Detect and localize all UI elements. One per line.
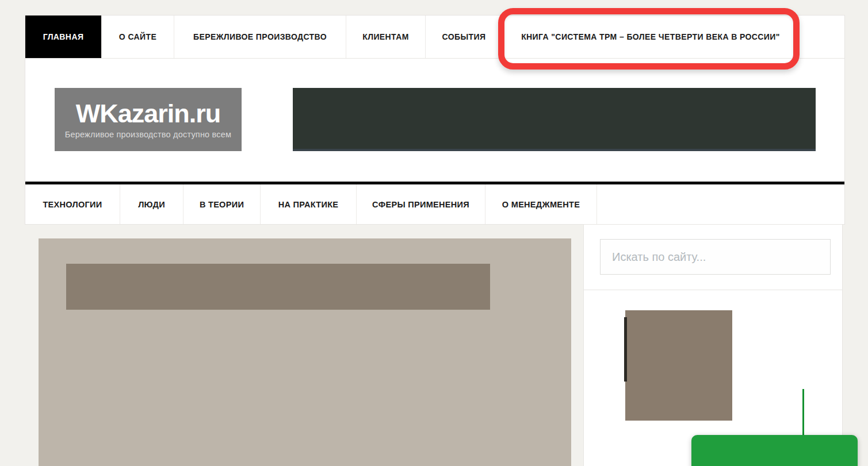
top-menu-item-lean-production[interactable]: БЕРЕЖЛИВОЕ ПРОИЗВОДСТВО [174, 16, 346, 58]
secondary-menu-item-label: НА ПРАКТИКЕ [278, 200, 339, 209]
secondary-menu-item-application-areas[interactable]: СФЕРЫ ПРИМЕНЕНИЯ [357, 184, 485, 224]
top-menu: ГЛАВНАЯ О САЙТЕ БЕРЕЖЛИВОЕ ПРОИЗВОДСТВО … [25, 16, 844, 59]
sidebar-search-widget [583, 224, 843, 290]
top-menu-item-tpm-book[interactable]: КНИГА "СИСТЕМА ТРМ – БОЛЕЕ ЧЕТВЕРТИ ВЕКА… [503, 16, 799, 58]
top-menu-item-about[interactable]: О САЙТЕ [102, 16, 174, 58]
secondary-menu-item-label: ТЕХНОЛОГИИ [43, 200, 102, 209]
secondary-menu-filler [597, 184, 844, 224]
secondary-menu-item-in-practice[interactable]: НА ПРАКТИКЕ [261, 184, 357, 224]
top-menu-item-events[interactable]: СОБЫТИЯ [426, 16, 503, 58]
sidebar-book-image[interactable] [625, 310, 732, 421]
site-logo-tagline: Бережливое производство доступно всем [65, 130, 232, 139]
top-menu-item-label: СОБЫТИЯ [442, 32, 486, 41]
top-menu-item-label: БЕРЕЖЛИВОЕ ПРОИЗВОДСТВО [193, 32, 327, 41]
article-featured-image[interactable] [39, 238, 571, 466]
sidebar-book-image-edge [624, 317, 627, 382]
top-menu-item-label: О САЙТЕ [119, 32, 156, 41]
article-image-title-block [66, 264, 490, 310]
chat-widget-pointer-line [802, 389, 804, 436]
top-menu-item-label: КЛИЕНТАМ [362, 32, 409, 41]
top-menu-item-label: ГЛАВНАЯ [43, 32, 84, 41]
search-input[interactable] [600, 239, 831, 275]
top-menu-filler [799, 16, 844, 58]
site-logo[interactable]: WKazarin.ru Бережливое производство дост… [55, 88, 242, 151]
header-banner-area: WKazarin.ru Бережливое производство дост… [25, 59, 844, 182]
secondary-menu-item-people[interactable]: ЛЮДИ [120, 184, 183, 224]
page: ГЛАВНАЯ О САЙТЕ БЕРЕЖЛИВОЕ ПРОИЗВОДСТВО … [0, 0, 868, 466]
secondary-menu-item-label: В ТЕОРИИ [200, 200, 244, 209]
top-menu-item-label: КНИГА "СИСТЕМА ТРМ – БОЛЕЕ ЧЕТВЕРТИ ВЕКА… [521, 32, 780, 41]
top-menu-item-home[interactable]: ГЛАВНАЯ [25, 16, 102, 58]
secondary-menu-item-label: СФЕРЫ ПРИМЕНЕНИЯ [372, 200, 469, 209]
header-ad-banner-placeholder [293, 88, 816, 151]
site-logo-title: WKazarin.ru [76, 101, 221, 126]
secondary-menu-item-in-theory[interactable]: В ТЕОРИИ [183, 184, 261, 224]
top-menu-item-clients[interactable]: КЛИЕНТАМ [346, 16, 426, 58]
chat-widget-button[interactable] [691, 435, 858, 466]
site-header: ГЛАВНАЯ О САЙТЕ БЕРЕЖЛИВОЕ ПРОИЗВОДСТВО … [25, 15, 845, 225]
secondary-menu-item-label: ЛЮДИ [138, 200, 165, 209]
secondary-menu-item-about-management[interactable]: О МЕНЕДЖМЕНТЕ [485, 184, 597, 224]
secondary-menu-item-technologies[interactable]: ТЕХНОЛОГИИ [25, 184, 120, 224]
secondary-menu: ТЕХНОЛОГИИ ЛЮДИ В ТЕОРИИ НА ПРАКТИКЕ СФЕ… [25, 184, 844, 224]
secondary-menu-item-label: О МЕНЕДЖМЕНТЕ [502, 200, 580, 209]
